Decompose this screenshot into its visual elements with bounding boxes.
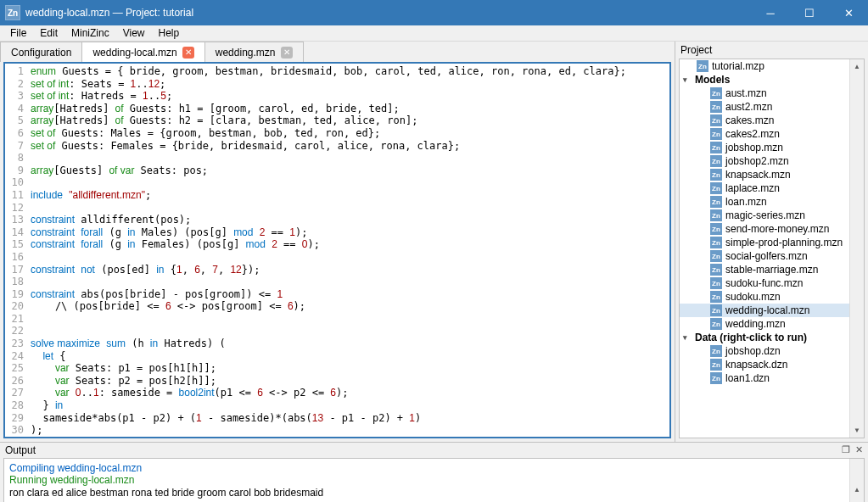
file-icon: Zn <box>710 250 722 262</box>
tree-item-label: knapsack.mzn <box>725 169 791 181</box>
tree-item-wedding-local-mzn[interactable]: Znwedding-local.mzn <box>680 304 864 317</box>
file-icon: Zn <box>710 223 722 235</box>
file-icon: Zn <box>710 209 722 221</box>
tree-item-label: aust.mzn <box>725 87 767 99</box>
tree-item-label: cakes.mzn <box>725 114 774 126</box>
file-icon: Zn <box>710 345 722 357</box>
output-area[interactable]: Compiling wedding-local.mzn Running wedd… <box>3 458 865 502</box>
tree-item-sudoku-func-mzn[interactable]: Znsudoku-func.mzn <box>680 276 864 290</box>
title-bar: Zn wedding-local.mzn — Project: tutorial… <box>0 0 868 25</box>
tree-item-laplace-mzn[interactable]: Znlaplace.mzn <box>680 181 864 195</box>
tree-item-cakes-mzn[interactable]: Zncakes.mzn <box>680 114 864 127</box>
tab-configuration[interactable]: Configuration <box>0 42 82 62</box>
tree-item-label: stable-marriage.mzn <box>725 264 818 276</box>
tree-item-label: wedding-local.mzn <box>725 304 809 316</box>
scroll-down-icon[interactable]: ▼ <box>850 423 864 438</box>
tree-item-send-more-money-mzn[interactable]: Znsend-more-money.mzn <box>680 222 864 236</box>
tree-item-label: tutorial.mzp <box>712 60 764 72</box>
tree-item-label: loan.mzn <box>725 196 767 208</box>
tree-item-label: simple-prod-planning.mzn <box>725 237 843 248</box>
file-icon: Zn <box>710 277 722 289</box>
editor-tabstrip: Configurationwedding-local.mzn✕wedding.m… <box>0 42 675 62</box>
tree-item-social-golfers-mzn[interactable]: Znsocial-golfers.mzn <box>680 249 864 263</box>
tree-item-jobshop-mzn[interactable]: Znjobshop.mzn <box>680 141 864 154</box>
scroll-up-icon[interactable]: ▲ <box>850 483 864 498</box>
tab-close-icon[interactable]: ✕ <box>182 47 194 59</box>
tree-item-aust-mzn[interactable]: Znaust.mzn <box>680 86 864 100</box>
tree-item-label: jobshop.mzn <box>725 142 783 153</box>
file-icon: Zn <box>710 155 722 167</box>
output-scrollbar[interactable]: ▲ ▼ <box>849 459 864 502</box>
tree-item-knapsack-mzn[interactable]: Znknapsack.mzn <box>680 168 864 181</box>
file-icon: Zn <box>710 142 722 153</box>
menu-edit[interactable]: Edit <box>33 25 64 41</box>
app-icon: Zn <box>5 5 20 20</box>
tree-item-label: loan1.dzn <box>725 372 770 384</box>
tree-item-label: cakes2.mzn <box>725 128 780 140</box>
tab-close-icon[interactable]: ✕ <box>281 47 293 59</box>
file-icon: Zn <box>710 291 722 303</box>
tree-item-label: laplace.mzn <box>725 182 780 194</box>
expand-icon[interactable]: ▾ <box>683 75 692 84</box>
expand-icon[interactable]: ▾ <box>683 333 692 342</box>
project-tree[interactable]: Zntutorial.mzp▾ModelsZnaust.mznZnaust2.m… <box>679 59 865 438</box>
tree-item-sudoku-mzn[interactable]: Znsudoku.mzn <box>680 290 864 304</box>
tree-item-label: sudoku.mzn <box>725 291 781 303</box>
tree-data-header[interactable]: ▾Data (right-click to run) <box>680 331 864 344</box>
minimize-button[interactable]: ─ <box>751 0 790 25</box>
tree-item-stable-marriage-mzn[interactable]: Znstable-marriage.mzn <box>680 263 864 276</box>
tree-item-knapsack-dzn[interactable]: Znknapsack.dzn <box>680 358 864 371</box>
file-icon: Zn <box>710 114 722 126</box>
output-header: Output ❐ ✕ <box>0 443 868 458</box>
maximize-button[interactable]: ☐ <box>790 0 829 25</box>
file-icon: Zn <box>710 264 722 276</box>
menu-minizinc[interactable]: MiniZinc <box>64 25 116 41</box>
code-area[interactable]: enum Guests = { bride, groom, bestman, b… <box>27 64 669 437</box>
tree-item-label: Data (right-click to run) <box>695 332 807 343</box>
output-title: Output <box>5 444 36 456</box>
tree-item-aust2-mzn[interactable]: Znaust2.mzn <box>680 100 864 114</box>
tree-item-label: Models <box>695 74 730 86</box>
tab-label: wedding.mzn <box>216 47 276 59</box>
tab-label: Configuration <box>11 47 71 59</box>
tree-item-simple-prod-planning-mzn[interactable]: Znsimple-prod-planning.mzn <box>680 236 864 249</box>
scroll-up-icon[interactable]: ▲ <box>850 59 864 74</box>
tab-wedding-local-mzn[interactable]: wedding-local.mzn✕ <box>81 42 204 62</box>
menu-help[interactable]: Help <box>152 25 187 41</box>
tree-item-label: wedding.mzn <box>725 318 786 330</box>
project-header: Project <box>675 42 868 59</box>
tree-item-magic-series-mzn[interactable]: Znmagic-series.mzn <box>680 209 864 222</box>
tree-models-header[interactable]: ▾Models <box>680 73 864 86</box>
tree-item-label: sudoku-func.mzn <box>725 277 803 289</box>
file-icon: Zn <box>697 60 708 72</box>
output-running: Running wedding-local.mzn <box>9 474 134 486</box>
tree-item-label: aust2.mzn <box>725 101 772 113</box>
code-editor[interactable]: 1 2 3 4 5 6 7 8 9 10 11 12 13 14 15 16 1… <box>3 62 671 438</box>
tree-item-label: jobshop2.mzn <box>725 155 789 167</box>
tree-item-loan1-dzn[interactable]: Znloan1.dzn <box>680 371 864 385</box>
file-icon: Zn <box>710 101 722 113</box>
file-icon: Zn <box>710 169 722 181</box>
tab-label: wedding-local.mzn <box>92 47 176 59</box>
window-title: wedding-local.mzn — Project: tutorial <box>25 7 751 19</box>
file-icon: Zn <box>710 237 722 248</box>
line-gutter: 1 2 3 4 5 6 7 8 9 10 11 12 13 14 15 16 1… <box>5 64 27 437</box>
output-undock-icon[interactable]: ❐ <box>842 444 850 455</box>
tree-item-wedding-mzn[interactable]: Znwedding.mzn <box>680 317 864 331</box>
tree-item-cakes2-mzn[interactable]: Zncakes2.mzn <box>680 127 864 141</box>
file-icon: Zn <box>710 87 722 99</box>
tree-item-label: magic-series.mzn <box>725 209 805 221</box>
output-compiling: Compiling wedding-local.mzn <box>9 462 142 474</box>
close-button[interactable]: ✕ <box>829 0 868 25</box>
tree-item-loan-mzn[interactable]: Znloan.mzn <box>680 195 864 209</box>
output-close-icon[interactable]: ✕ <box>855 444 863 455</box>
menu-view[interactable]: View <box>116 25 152 41</box>
menu-file[interactable]: File <box>3 25 33 41</box>
tree-item-jobshop2-mzn[interactable]: Znjobshop2.mzn <box>680 154 864 168</box>
menu-bar: FileEditMiniZincViewHelp <box>0 25 868 42</box>
project-scrollbar[interactable]: ▲ ▼ <box>849 59 864 438</box>
tree-root[interactable]: Zntutorial.mzp <box>680 59 864 73</box>
tab-wedding-mzn[interactable]: wedding.mzn✕ <box>204 42 304 62</box>
tree-item-jobshop-dzn[interactable]: Znjobshop.dzn <box>680 344 864 358</box>
file-icon: Zn <box>710 372 722 384</box>
